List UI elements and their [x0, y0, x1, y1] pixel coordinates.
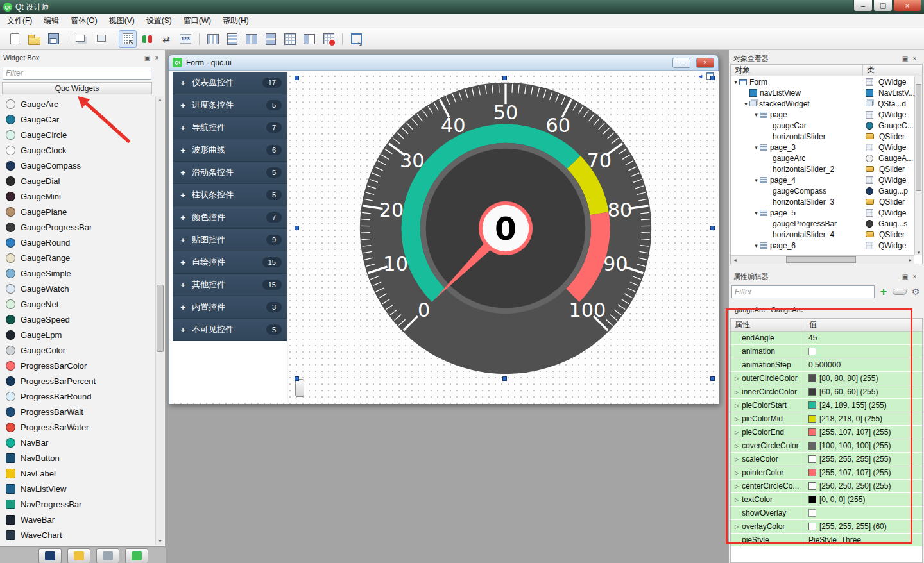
property-options-button[interactable] [893, 289, 907, 295]
expander-icon[interactable]: ▾ [753, 210, 760, 216]
widget-box-item[interactable]: NavBar [2, 435, 154, 450]
property-value[interactable]: [80, 80, 80] (255) [819, 374, 878, 383]
object-tree-row[interactable]: ▾ stackedWidget QSta...d [731, 98, 914, 109]
adjust-size-button[interactable] [347, 30, 365, 48]
layout-vertical-button[interactable] [223, 30, 241, 48]
form-minimize-button[interactable]: – [672, 58, 690, 68]
property-row[interactable]: ▷ textColor [0, 0, 0] (255) [731, 493, 922, 507]
expander-icon[interactable]: ▾ [753, 112, 760, 118]
branch-expander-icon[interactable]: ▷ [733, 416, 740, 422]
property-row[interactable]: endAngle 45 [731, 332, 922, 345]
close-dock-icon[interactable]: × [910, 54, 920, 63]
object-tree-row[interactable]: ▾ page_4 QWidge [731, 174, 914, 185]
form-canvas[interactable]: ◄ + 仪表盘控件 17 + 进度条控件 [169, 71, 719, 404]
maximize-button[interactable]: ▢ [873, 0, 893, 12]
property-value[interactable]: [250, 250, 250] (255) [819, 482, 891, 491]
menu-file[interactable]: 文件(F) [1, 13, 38, 28]
checkbox[interactable] [809, 348, 816, 355]
widget-box-item[interactable]: GaugeWatch [2, 281, 154, 296]
form-title-bar[interactable]: Qt Form - quc.ui – × [169, 55, 718, 71]
widget-box-item[interactable]: NavListView [2, 481, 154, 496]
branch-expander-icon[interactable]: ▷ [733, 497, 740, 503]
checkbox[interactable] [809, 509, 816, 517]
widget-box-item[interactable]: WaveBar [2, 512, 154, 527]
widget-box-item[interactable]: WaveChart [2, 527, 154, 542]
branch-expander-icon[interactable]: ▷ [733, 483, 740, 489]
property-value[interactable]: [255, 255, 255] (255) [819, 455, 891, 464]
scroll-up-icon[interactable]: ▲ [156, 96, 164, 104]
taskbar-item[interactable] [125, 548, 148, 563]
object-tree-row[interactable]: gaugeCar GaugeC... [731, 120, 914, 131]
category-item[interactable]: + 内置控件 3 [173, 296, 287, 319]
branch-expander-icon[interactable]: ▷ [733, 403, 740, 408]
selection-handle[interactable] [295, 76, 299, 80]
expander-icon[interactable]: ▾ [753, 177, 760, 183]
minimize-button[interactable]: – [853, 0, 873, 12]
widget-box-item[interactable]: GaugeDial [2, 173, 154, 189]
widget-box-item[interactable]: GaugeColor [2, 342, 154, 358]
widget-box-item[interactable]: GaugeRange [2, 250, 154, 265]
object-tree-row[interactable]: horizontalSlider_2 QSlider [731, 164, 914, 174]
object-tree-row[interactable]: horizontalSlider_3 QSlider [731, 196, 914, 207]
object-tree-hscrollbar[interactable]: ◄ ► [731, 255, 914, 264]
object-tree-row[interactable]: navListView NavListV... [731, 87, 914, 98]
widget-box-item[interactable]: GaugeRound [2, 235, 154, 250]
property-row[interactable]: ▷ outerCircleColor [80, 80, 80] (255) [731, 372, 922, 385]
window-cascade-button[interactable] [72, 30, 90, 48]
widget-box-item[interactable]: NavButton [2, 450, 154, 466]
selection-handle[interactable] [710, 76, 715, 80]
selection-handle[interactable] [710, 226, 715, 230]
break-layout-button[interactable] [320, 30, 338, 48]
widget-box-item[interactable]: GaugeSimple [2, 265, 154, 281]
column-value[interactable]: 值 [805, 319, 817, 330]
object-tree-row[interactable]: gaugeArc GaugeA... [731, 153, 914, 164]
menu-help[interactable]: 帮助(H) [217, 13, 255, 28]
property-value[interactable]: [255, 255, 255] (60) [819, 522, 887, 531]
property-value[interactable]: PieStyle_Three [809, 535, 861, 544]
property-filter-input[interactable] [732, 285, 875, 298]
horizontal-slider-widget[interactable] [295, 379, 304, 397]
widget-box-item[interactable]: GaugeProgressBar [2, 219, 154, 235]
property-row[interactable]: ▷ pieColorStart [24, 189, 155] (255) [731, 399, 922, 412]
widget-list-scrollbar[interactable]: ▲ ▼ [155, 96, 164, 545]
widget-box-item[interactable]: ProgressBarWater [2, 419, 154, 435]
object-tree-row[interactable]: gaugeCompass Gaug...p [731, 185, 914, 196]
widget-filter-input[interactable] [3, 67, 151, 80]
selection-handle[interactable] [502, 376, 507, 381]
menu-edit[interactable]: 编辑 [38, 13, 65, 28]
edit-signals-button[interactable] [138, 30, 156, 48]
property-row[interactable]: showOverlay [731, 507, 922, 520]
widget-box-item[interactable]: GaugeCompass [2, 158, 154, 173]
property-value[interactable]: [24, 189, 155] (255) [819, 401, 887, 410]
save-form-button[interactable] [44, 30, 62, 48]
category-item[interactable]: + 颜色控件 7 [173, 206, 287, 229]
menu-form[interactable]: 窗体(O) [65, 13, 103, 28]
add-property-icon[interactable]: + [878, 286, 889, 298]
widget-box-item[interactable]: GaugeCar [2, 112, 154, 127]
close-dock-icon[interactable]: × [152, 53, 162, 62]
property-row[interactable]: ▷ pieColorMid [218, 218, 0] (255) [731, 412, 922, 426]
expander-icon[interactable]: ▾ [742, 101, 749, 107]
widget-box-item[interactable]: GaugeNet [2, 296, 154, 312]
scroll-down-icon[interactable]: ▼ [915, 251, 922, 255]
scroll-thumb[interactable] [916, 84, 921, 191]
layout-form-button[interactable] [300, 30, 318, 48]
widget-box-item[interactable]: NavProgressBar [2, 496, 154, 512]
branch-expander-icon[interactable]: ▷ [733, 389, 740, 395]
property-value[interactable]: [0, 0, 0] (255) [819, 495, 865, 504]
object-tree-row[interactable]: gaugeProgressBar Gaug...s [731, 218, 914, 229]
category-item[interactable]: + 不可见控件 5 [173, 319, 287, 341]
column-property[interactable]: 属性 [731, 319, 805, 331]
scroll-down-icon[interactable]: ▼ [156, 537, 164, 545]
object-tree-vscrollbar[interactable]: ▼ [914, 76, 922, 255]
object-tree-row[interactable]: ▾ page QWidge [731, 109, 914, 120]
expander-icon[interactable]: ▾ [753, 144, 760, 151]
branch-expander-icon[interactable]: ▷ [733, 470, 740, 476]
property-row[interactable]: ▷ scaleColor [255, 255, 255] (255) [731, 453, 922, 466]
object-tree-row[interactable]: ▾ page_5 QWidge [731, 207, 914, 218]
category-item[interactable]: + 贴图控件 9 [173, 229, 287, 251]
scroll-left-icon[interactable]: ◄ [731, 258, 739, 262]
property-value[interactable]: [218, 218, 0] (255) [819, 414, 882, 423]
scroll-thumb[interactable] [157, 285, 164, 352]
branch-expander-icon[interactable]: ▷ [733, 524, 740, 530]
